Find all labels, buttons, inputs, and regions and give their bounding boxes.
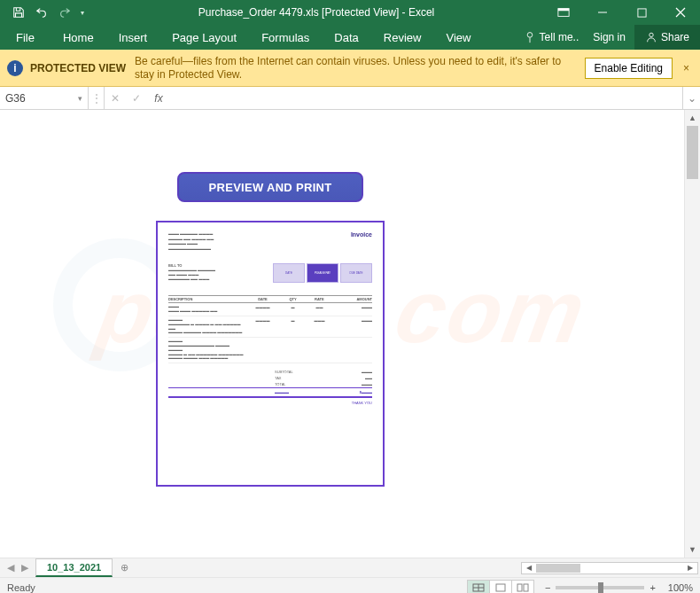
tab-data[interactable]: Data	[322, 25, 370, 50]
sheet-tab-bar: ◀▶ 10_13_2021 ⊕ ◀ ▶	[0, 558, 700, 577]
worksheet-area: pcrisk.com PREVIEW AND PRINT ▬▬▬ ▬▬▬▬▬ ▬…	[0, 110, 700, 558]
invoice-box-date: DATE	[273, 263, 305, 283]
titlebar: ▾ Purchase_Order 4479.xls [Protected Vie…	[0, 0, 700, 25]
ribbon-tabs: File Home Insert Page Layout Formulas Da…	[0, 25, 700, 50]
ribbon-display-button[interactable]	[544, 0, 583, 25]
formula-bar: G36 ⋮ ✕ ✓ fx ⌄	[0, 87, 700, 110]
tab-file[interactable]: File	[0, 25, 51, 50]
sheet-tab-active[interactable]: 10_13_2021	[35, 558, 113, 577]
tab-home[interactable]: Home	[51, 25, 106, 50]
view-switcher	[468, 580, 534, 594]
svg-rect-12	[496, 584, 505, 591]
zoom-level[interactable]: 100%	[668, 582, 693, 593]
svg-rect-1	[558, 9, 569, 12]
sign-in[interactable]: Sign in	[584, 25, 634, 50]
shield-icon: i	[7, 60, 23, 76]
quick-access-toolbar: ▾	[0, 0, 89, 25]
tab-page-layout[interactable]: Page Layout	[159, 25, 249, 50]
minimize-button[interactable]	[583, 0, 622, 25]
qat-customize[interactable]: ▾	[76, 0, 89, 25]
invoice-table-header: DESCRIPTION DATE QTY RATE AMOUNT	[168, 295, 372, 303]
scroll-down-icon[interactable]: ▼	[685, 542, 700, 558]
invoice-sender: ▬▬▬ ▬▬▬▬▬ ▬▬▬▬▬▬▬▬ ▬▬ ▬▬▬▬ ▬▬▬▬▬▬▬ ▬▬▬▬▬…	[168, 231, 214, 251]
zoom-slider[interactable]	[556, 586, 644, 589]
vertical-scrollbar[interactable]: ▲ ▼	[684, 110, 700, 558]
save-button[interactable]	[7, 0, 30, 25]
share-button[interactable]: Share	[634, 25, 700, 50]
share-label: Share	[661, 31, 689, 43]
invoice-billto: BILL TO▬▬▬▬▬▬▬▬ ▬▬▬▬▬▬▬ ▬▬▬ ▬▬▬▬▬▬▬▬▬ ▬▬…	[168, 263, 215, 281]
svg-rect-3	[637, 8, 645, 16]
tab-insert[interactable]: Insert	[106, 25, 160, 50]
tab-review[interactable]: Review	[371, 25, 434, 50]
enable-editing-button[interactable]: Enable Editing	[585, 58, 673, 79]
chevron-right-icon[interactable]: ▶	[683, 564, 697, 572]
tab-formulas[interactable]: Formulas	[249, 25, 322, 50]
redo-button[interactable]	[53, 0, 76, 25]
protected-view-message: Be careful—files from the Internet can c…	[135, 55, 578, 82]
invoice-thanks: THANK YOU	[168, 401, 372, 405]
svg-rect-13	[517, 584, 522, 591]
scroll-up-icon[interactable]: ▲	[685, 110, 700, 126]
status-bar: Ready − + 100%	[0, 577, 700, 593]
tell-me-label: Tell me..	[540, 31, 579, 43]
invoice-row: ▬▬▬▬▬▬▬▬▬▬ ▬ ▬▬▬▬ ▬ ▬▬ ▬▬▬▬▬ ▬▬▬▬▬▬ ▬▬▬▬…	[168, 316, 372, 338]
zoom-out-button[interactable]: −	[545, 582, 550, 593]
worksheet[interactable]: pcrisk.com PREVIEW AND PRINT ▬▬▬ ▬▬▬▬▬ ▬…	[0, 110, 684, 558]
protected-view-bar: i PROTECTED VIEW Be careful—files from t…	[0, 50, 700, 87]
maximize-button[interactable]	[622, 0, 661, 25]
svg-rect-14	[524, 584, 528, 591]
page-layout-view-button[interactable]	[489, 580, 512, 594]
chevron-left-icon[interactable]: ◀	[7, 562, 14, 573]
svg-point-6	[527, 33, 533, 38]
normal-view-button[interactable]	[467, 580, 490, 594]
tab-view[interactable]: View	[433, 25, 483, 50]
formula-input[interactable]	[170, 87, 682, 109]
invoice-row: ▬▬▬▬▬▬ ▬▬▬ ▬▬▬▬▬ ▬▬▬▬▬▬▬▬▬▬▬▬	[168, 303, 372, 316]
svg-point-8	[649, 33, 653, 36]
scroll-thumb[interactable]	[536, 564, 580, 573]
invoice-summary-boxes: DATE PLEASE PAY DUE DATE	[273, 263, 372, 283]
protected-view-title: PROTECTED VIEW	[30, 62, 126, 74]
zoom-in-button[interactable]: +	[649, 582, 655, 593]
preview-and-print-button[interactable]: PREVIEW AND PRINT	[177, 172, 363, 202]
fx-icon[interactable]: fx	[147, 87, 170, 109]
invoice-box-due: DUE DATE	[340, 263, 372, 283]
invoice-title: Invoice	[351, 231, 372, 251]
undo-button[interactable]	[30, 0, 53, 25]
protected-view-close[interactable]: ×	[680, 62, 693, 74]
invoice-box-pay: PLEASE PAY	[307, 263, 338, 283]
horizontal-scrollbar[interactable]: ◀ ▶	[136, 558, 700, 577]
cancel-icon[interactable]: ✕	[105, 87, 126, 109]
chevron-right-icon[interactable]: ▶	[21, 562, 28, 573]
close-button[interactable]	[661, 0, 700, 25]
window-controls	[544, 0, 700, 25]
page-break-view-button[interactable]	[511, 580, 534, 594]
zoom-control: − + 100%	[545, 582, 693, 593]
chevron-left-icon[interactable]: ◀	[522, 564, 536, 572]
expand-formula-bar[interactable]: ⌄	[682, 87, 700, 109]
enter-icon[interactable]: ✓	[126, 87, 147, 109]
invoice-row: ▬▬▬▬▬▬▬▬▬▬▬▬▬▬▬▬▬ ▬▬▬▬ ▬▬▬▬▬▬▬▬ ▬ ▬▬ ▬▬▬…	[168, 338, 372, 363]
name-box[interactable]: G36	[0, 87, 89, 109]
invoice-totals: SUBTOTAL▬▬▬ TAX▬▬ TOTAL▬▬▬ ▬▬▬▬$▬▬▬ THAN…	[168, 369, 372, 405]
sheet-nav[interactable]: ◀▶	[0, 558, 35, 577]
window-title: Purchase_Order 4479.xls [Protected View]…	[89, 6, 544, 19]
new-sheet-button[interactable]: ⊕	[113, 558, 136, 577]
invoice-preview[interactable]: ▬▬▬ ▬▬▬▬▬ ▬▬▬▬▬▬▬▬ ▬▬ ▬▬▬▬ ▬▬▬▬▬▬▬ ▬▬▬▬▬…	[156, 221, 385, 487]
fbar-separator: ⋮	[89, 87, 105, 109]
tell-me[interactable]: Tell me..	[518, 25, 585, 50]
scroll-thumb[interactable]	[687, 126, 698, 179]
status-ready: Ready	[7, 582, 35, 593]
